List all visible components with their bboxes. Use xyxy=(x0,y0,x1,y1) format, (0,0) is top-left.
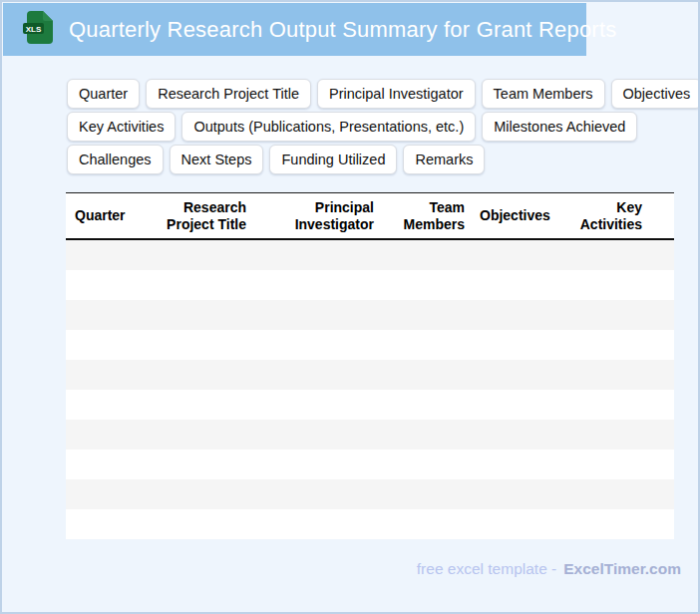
xls-file-icon: XLS xyxy=(23,10,54,49)
table-row xyxy=(66,390,674,420)
chip-row: Key ActivitiesOutputs (Publications, Pre… xyxy=(67,112,700,142)
summary-table: QuarterResearch Project TitlePrincipal I… xyxy=(66,192,674,539)
column-header-objectives: Objectives xyxy=(480,207,569,223)
chip-next-steps[interactable]: Next Steps xyxy=(170,145,264,174)
column-header-principal-investigator: Principal Investigator xyxy=(260,199,388,231)
column-header-quarter: Quarter xyxy=(66,207,146,223)
chip-remarks[interactable]: Remarks xyxy=(403,145,485,174)
table-row xyxy=(66,330,674,360)
table-row xyxy=(66,300,674,330)
table-row xyxy=(66,420,674,450)
table-row xyxy=(66,360,674,390)
chip-funding-utilized[interactable]: Funding Utilized xyxy=(269,145,397,174)
title-bar: XLS Quarterly Research Output Summary fo… xyxy=(3,3,586,56)
chip-objectives[interactable]: Objectives xyxy=(611,79,700,109)
table-row xyxy=(66,240,674,270)
table-body xyxy=(66,240,674,539)
chip-research-project-title[interactable]: Research Project Title xyxy=(146,79,311,109)
table-row xyxy=(66,479,674,509)
table-row xyxy=(66,509,674,539)
chip-row: ChallengesNext StepsFunding UtilizedRema… xyxy=(67,145,700,174)
xls-icon-label: XLS xyxy=(26,25,42,34)
chip-principal-investigator[interactable]: Principal Investigator xyxy=(317,79,476,109)
footer-brand-link[interactable]: ExcelTimer.com xyxy=(563,560,681,577)
footer: free excel template -ExcelTimer.com xyxy=(417,560,681,578)
field-chips: QuarterResearch Project TitlePrincipal I… xyxy=(67,79,700,174)
chip-team-members[interactable]: Team Members xyxy=(482,79,605,109)
chip-challenges[interactable]: Challenges xyxy=(67,145,164,174)
column-header-key-activities: Key Activities xyxy=(569,199,674,231)
chip-row: QuarterResearch Project TitlePrincipal I… xyxy=(67,79,700,109)
chip-milestones-achieved[interactable]: Milestones Achieved xyxy=(482,112,637,142)
table-row xyxy=(66,450,674,479)
footer-text: free excel template - xyxy=(417,560,556,577)
chip-key-activities[interactable]: Key Activities xyxy=(67,112,175,142)
column-header-team-members: Team Members xyxy=(388,199,480,231)
column-header-research-project-title: Research Project Title xyxy=(146,199,260,231)
chip-outputs-publications-presentations-etc[interactable]: Outputs (Publications, Presentations, et… xyxy=(181,112,476,142)
chip-quarter[interactable]: Quarter xyxy=(67,79,140,109)
table-header-row: QuarterResearch Project TitlePrincipal I… xyxy=(66,192,674,240)
page-title: Quarterly Research Output Summary for Gr… xyxy=(69,17,616,43)
table-row xyxy=(66,270,674,300)
